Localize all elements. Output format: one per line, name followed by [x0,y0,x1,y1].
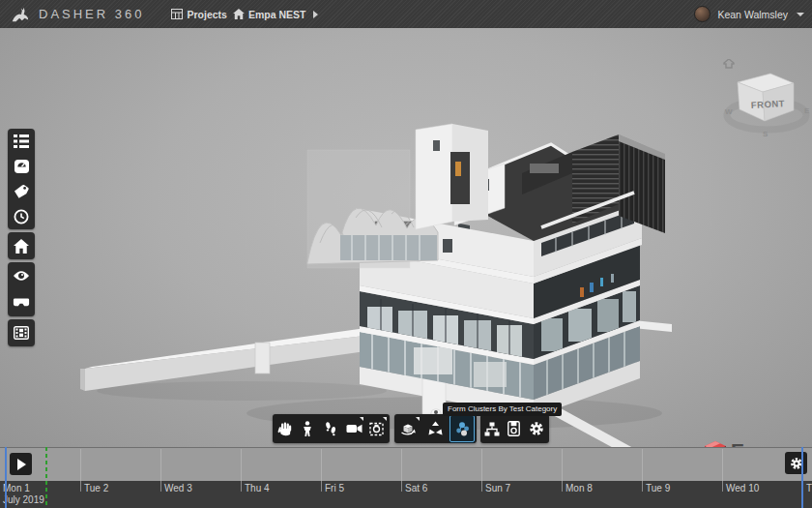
day-label: Sat 6 [405,483,427,493]
pan-tool-button[interactable] [273,414,296,443]
data-toolbar-group [480,414,549,443]
viewcube-face-label: FRONT [751,98,786,110]
projects-grid-icon [171,9,183,19]
play-icon [17,459,26,470]
app-title: DASHER 360 [39,7,144,21]
tag-tool-button[interactable] [8,179,35,204]
building-model [0,28,812,447]
day-label: Thu 4 [245,483,270,493]
breadcrumb-projects[interactable]: Projects [171,9,226,20]
dasher-deer-icon [10,5,31,24]
sidebar-group-view [8,262,35,316]
hierarchy-icon [484,422,500,436]
dropdown-caret-icon [360,417,363,421]
gear-icon [529,421,544,436]
walk-tool-button[interactable] [319,414,342,443]
sidebar-tools [8,129,35,346]
clock-tool-button[interactable] [8,204,35,229]
user-name: Kean Walmsley [717,9,788,20]
day-label: Mon 1 [3,483,30,493]
viewcube-home-icon [724,59,734,68]
sensor-device-tool-button[interactable] [503,414,525,443]
gauge-icon [14,159,30,174]
timeline-play-button[interactable] [10,453,32,475]
viewport-canvas[interactable]: W S E FRONT [0,28,812,447]
nav-toolbar-group [273,414,390,443]
breadcrumb-expand-icon[interactable] [313,11,318,18]
person-icon [303,421,312,437]
clock-icon [14,209,29,224]
timeline-date-band[interactable]: Mon 1 July 2019 Tue 2 Wed 3 Thu 4 Fri 5 … [0,481,812,508]
day-label: Tue 9 [646,483,670,493]
first-person-tool-button[interactable] [296,414,319,443]
cluster-spheres-icon [453,420,471,437]
day-label: Wed 10 [726,483,759,493]
explode-icon [427,421,444,436]
sensor-device-icon [508,421,520,436]
dropdown-caret-icon [416,417,420,421]
dropdown-caret-icon [383,417,387,421]
playhead-marker[interactable] [45,447,47,508]
breadcrumb-projects-label: Projects [187,9,226,20]
breadcrumb-project[interactable]: Empa NEST [233,9,306,20]
day-label: Fri 5 [325,483,344,493]
video-camera-icon [346,423,362,434]
range-end-handle[interactable] [801,447,803,508]
cluster-tool-button-active[interactable] [449,414,476,443]
eye-icon [13,270,30,282]
home-icon [233,9,245,19]
visibility-tool-button[interactable] [8,262,35,289]
top-bar: DASHER 360 Projects Empa NEST [0,0,812,28]
list-icon [14,134,29,148]
day-label: Thu 11 [806,483,812,493]
chevron-down-icon [797,13,804,16]
hierarchy-tool-button[interactable] [480,414,503,443]
film-icon [14,326,29,340]
capture-frame-icon [369,421,385,436]
sidebar-group-home [8,232,35,259]
breadcrumb-project-label: Empa NEST [248,9,306,20]
tool-tooltip: Form Clusters By Test Category [443,403,562,416]
pan-hand-icon [277,421,292,436]
orbit-model-tool-button[interactable] [394,414,421,443]
vr-glasses-icon [13,298,30,308]
timeline: Mon 1 July 2019 Tue 2 Wed 3 Thu 4 Fri 5 … [0,447,812,508]
user-menu[interactable]: Kean Walmsley [694,0,804,28]
tag-icon [14,184,29,199]
home-icon [14,239,29,254]
dasher360-window: DASHER 360 Projects Empa NEST [0,0,812,508]
orbit-cube-icon [399,421,417,437]
day-label: Tue 2 [84,483,108,493]
vr-mode-button[interactable] [8,289,35,316]
settings-tool-button[interactable] [525,414,547,443]
user-avatar [694,6,710,22]
day-label: Sun 7 [485,483,510,493]
explode-model-tool-button[interactable] [421,414,449,443]
month-label: July 2019 [3,494,44,505]
home-view-button[interactable] [8,232,35,259]
capture-frame-tool-button[interactable] [365,414,389,443]
breadcrumb: Projects Empa NEST [171,9,318,20]
timeline-settings-button[interactable] [785,452,807,474]
gauge-tool-button[interactable] [8,154,35,179]
film-tool-button[interactable] [8,319,35,346]
timeline-track[interactable] [0,447,812,481]
range-start-handle[interactable] [5,447,7,508]
sidebar-group-media [8,319,35,346]
compass-west-label: W [725,107,733,116]
footprints-icon [325,421,336,436]
model-toolbar-group [394,414,477,443]
compass-east-label: E [804,106,810,115]
sidebar-group-data [8,129,35,229]
day-label: Mon 8 [566,483,593,493]
list-tool-button[interactable] [8,129,35,154]
compass-south-label: S [763,130,768,138]
viewcube[interactable]: W S E FRONT [716,59,812,142]
camera-tool-button[interactable] [342,414,365,443]
day-label: Wed 3 [164,483,192,493]
app-brand: DASHER 360 [0,5,144,24]
